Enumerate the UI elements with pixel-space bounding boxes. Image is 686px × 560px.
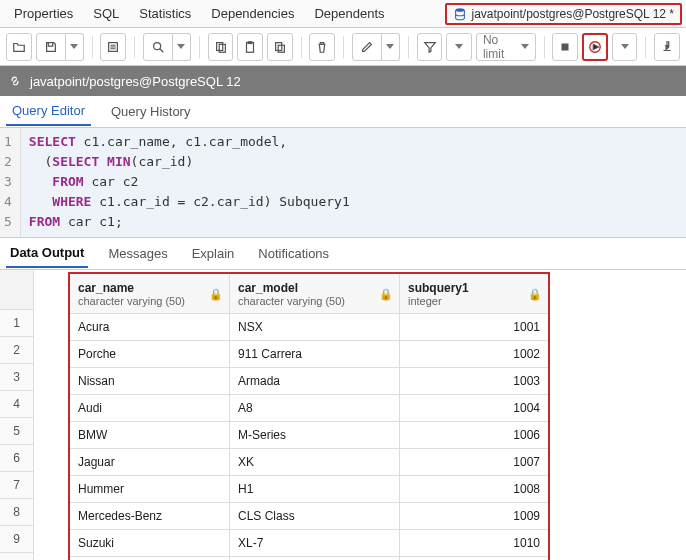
limit-select[interactable]: No limit — [476, 33, 536, 61]
download-button[interactable] — [654, 33, 680, 61]
cell-subquery1[interactable]: 1001 — [400, 314, 548, 340]
row-number[interactable]: 3 — [0, 364, 34, 391]
table-row[interactable]: Porche911 Carrera1002 — [70, 341, 548, 368]
link-icon — [8, 74, 22, 88]
col-car-model[interactable]: car_model character varying (50) 🔒 — [230, 274, 400, 313]
file-tab[interactable]: javatpoint/postgres@PostgreSQL 12 * — [445, 3, 682, 25]
cell-car-model[interactable]: CLS Class — [230, 503, 400, 529]
col-subquery1[interactable]: subquery1 integer 🔒 — [400, 274, 548, 313]
save-dropdown[interactable] — [66, 33, 84, 61]
cell-car-model[interactable]: Armada — [230, 368, 400, 394]
tab-properties[interactable]: Properties — [4, 2, 83, 25]
row-number[interactable]: 1 — [0, 310, 34, 337]
cell-car-model[interactable]: M-Series — [230, 422, 400, 448]
paste-button[interactable] — [237, 33, 263, 61]
row-number[interactable]: 9 — [0, 526, 34, 553]
table-row[interactable]: Mercedes-BenzCLS Class1009 — [70, 503, 548, 530]
lock-icon: 🔒 — [209, 287, 223, 300]
row-number[interactable]: 5 — [0, 418, 34, 445]
tab-statistics[interactable]: Statistics — [129, 2, 201, 25]
cell-car-name[interactable]: Hummer — [70, 476, 230, 502]
edit-dropdown[interactable] — [382, 33, 400, 61]
cell-subquery1[interactable]: 1008 — [400, 476, 548, 502]
table-row[interactable]: HummerH11008 — [70, 476, 548, 503]
limit-label: No limit — [483, 33, 515, 61]
tab-dependents[interactable]: Dependents — [304, 2, 394, 25]
cell-car-name[interactable]: Porche — [70, 341, 230, 367]
cell-car-model[interactable]: H1 — [230, 476, 400, 502]
tab-data-output[interactable]: Data Output — [6, 239, 88, 268]
cell-car-name[interactable]: Mercedes-Benz — [70, 503, 230, 529]
delete-button[interactable] — [309, 33, 335, 61]
table-row[interactable]: SuzukiXL-71010 — [70, 530, 548, 557]
database-icon — [453, 7, 467, 21]
copy-button[interactable] — [208, 33, 234, 61]
find-dropdown[interactable] — [173, 33, 191, 61]
svg-rect-9 — [562, 43, 569, 50]
save-button[interactable] — [36, 33, 66, 61]
table-row[interactable]: NissanArmada1003 — [70, 368, 548, 395]
copy-sql-button[interactable] — [100, 33, 126, 61]
tab-query-history[interactable]: Query History — [105, 98, 196, 125]
execute-button[interactable] — [582, 33, 608, 61]
cell-subquery1[interactable]: 1009 — [400, 503, 548, 529]
row-number[interactable]: 6 — [0, 445, 34, 472]
table-row[interactable]: AudiA81004 — [70, 395, 548, 422]
cell-car-name[interactable]: Audi — [70, 395, 230, 421]
execute-dropdown[interactable] — [612, 33, 638, 61]
table-row[interactable]: JaguarXK1007 — [70, 449, 548, 476]
filter-dropdown[interactable] — [446, 33, 472, 61]
toolbar: No limit — [0, 28, 686, 66]
row-number[interactable]: 2 — [0, 337, 34, 364]
col-car-name[interactable]: car_name character varying (50) 🔒 — [70, 274, 230, 313]
row-number[interactable]: 7 — [0, 472, 34, 499]
clipboard-button[interactable] — [267, 33, 293, 61]
grid-header: car_name character varying (50) 🔒 car_mo… — [70, 274, 548, 314]
table-row[interactable]: BMWM-Series1006 — [70, 422, 548, 449]
connection-bar: javatpoint/postgres@PostgreSQL 12 — [0, 66, 686, 96]
query-subtabs: Query Editor Query History — [0, 96, 686, 128]
row-number[interactable]: 10 — [0, 553, 34, 560]
tab-explain[interactable]: Explain — [188, 240, 239, 267]
results-grid: 12345678910 car_name character varying (… — [0, 270, 686, 560]
edit-button[interactable] — [352, 33, 382, 61]
lock-icon: 🔒 — [379, 287, 393, 300]
cell-car-name[interactable]: BMW — [70, 422, 230, 448]
tab-messages[interactable]: Messages — [104, 240, 171, 267]
lock-icon: 🔒 — [528, 287, 542, 300]
cell-car-name[interactable]: Jaguar — [70, 449, 230, 475]
cell-car-model[interactable]: NSX — [230, 314, 400, 340]
open-file-button[interactable] — [6, 33, 32, 61]
sql-editor[interactable]: 1 2 3 4 5 SELECT c1.car_name, c1.car_mod… — [0, 128, 686, 238]
table-row[interactable]: AcuraNSX1001 — [70, 314, 548, 341]
cell-car-name[interactable]: Suzuki — [70, 530, 230, 556]
row-number[interactable]: 4 — [0, 391, 34, 418]
top-tab-bar: Properties SQL Statistics Dependencies D… — [0, 0, 686, 28]
tab-notifications[interactable]: Notifications — [254, 240, 333, 267]
cell-car-name[interactable]: Nissan — [70, 368, 230, 394]
cell-subquery1[interactable]: 1006 — [400, 422, 548, 448]
cell-subquery1[interactable]: 1004 — [400, 395, 548, 421]
cell-subquery1[interactable]: 1007 — [400, 449, 548, 475]
line-gutter: 1 2 3 4 5 — [0, 128, 21, 237]
find-button[interactable] — [143, 33, 173, 61]
row-number-column: 12345678910 — [0, 270, 34, 560]
code-area[interactable]: SELECT c1.car_name, c1.car_model, (SELEC… — [21, 128, 686, 237]
filter-button[interactable] — [417, 33, 443, 61]
cell-subquery1[interactable]: 1002 — [400, 341, 548, 367]
tab-dependencies[interactable]: Dependencies — [201, 2, 304, 25]
tab-query-editor[interactable]: Query Editor — [6, 97, 91, 126]
cell-car-model[interactable]: A8 — [230, 395, 400, 421]
cell-car-model[interactable]: 911 Carrera — [230, 341, 400, 367]
cell-subquery1[interactable]: 1010 — [400, 530, 548, 556]
stop-button[interactable] — [552, 33, 578, 61]
cell-subquery1[interactable]: 1003 — [400, 368, 548, 394]
row-number[interactable]: 8 — [0, 499, 34, 526]
tab-sql[interactable]: SQL — [83, 2, 129, 25]
svg-point-2 — [154, 42, 161, 49]
file-tab-label: javatpoint/postgres@PostgreSQL 12 * — [471, 7, 674, 21]
output-tabs: Data Output Messages Explain Notificatio… — [0, 238, 686, 270]
cell-car-model[interactable]: XL-7 — [230, 530, 400, 556]
cell-car-name[interactable]: Acura — [70, 314, 230, 340]
cell-car-model[interactable]: XK — [230, 449, 400, 475]
